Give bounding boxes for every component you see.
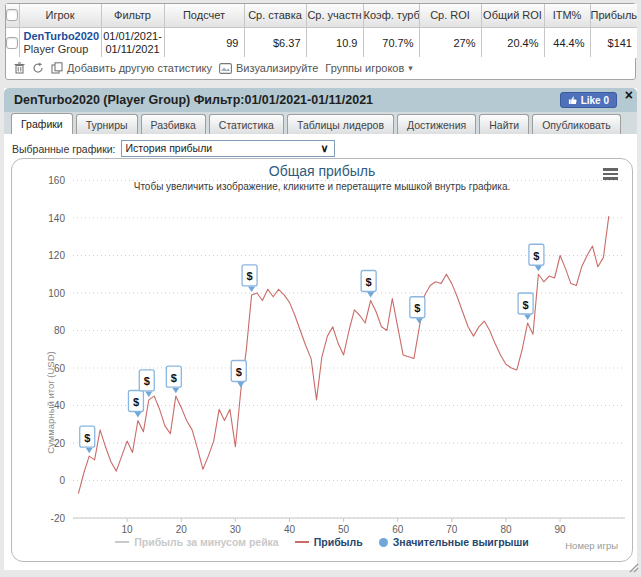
col-header-total-roi[interactable]: Общий ROI <box>481 4 544 27</box>
col-header-turbo-ratio[interactable]: Коэф. турб <box>363 4 419 27</box>
stats-table-frame: ИгрокФильтрПодсчетСр. ставкаСр. участнКо… <box>5 3 636 80</box>
legend-dot-icon <box>379 538 388 547</box>
cell-turbo-ratio: 70.7% <box>363 27 419 58</box>
panel-header: DenTurbo2020 (Player Group) Фильтр:01/01… <box>4 88 637 112</box>
filter-line-2: 01/11/2021 <box>102 43 164 56</box>
visualize-button[interactable]: Визуализируйте <box>219 62 318 74</box>
panel-title: DenTurbo2020 (Player Group) Фильтр:01/01… <box>14 93 373 107</box>
cell-itm: 44.4% <box>544 27 590 58</box>
select-all-checkbox[interactable] <box>6 9 18 21</box>
row-checkbox[interactable] <box>6 37 18 49</box>
stats-table: ИгрокФильтрПодсчетСр. ставкаСр. участнКо… <box>6 4 637 59</box>
stats-toolbar: Добавить другую статистику Визуализируйт… <box>6 57 635 79</box>
col-header-avg-stake[interactable]: Ср. ставка <box>244 4 306 27</box>
resize-grip[interactable] <box>629 563 639 573</box>
page: ИгрокФильтрПодсчетСр. ставкаСр. участнКо… <box>0 0 641 577</box>
y-tick-label: 60 <box>54 363 66 374</box>
player-groups-button[interactable]: Группы игроков ▾ <box>325 62 413 74</box>
x-tick-label: 50 <box>338 524 350 535</box>
filter-line-1: 01/01/2021- <box>102 30 164 43</box>
col-header-avg-entrants[interactable]: Ср. участн <box>306 4 363 27</box>
tab-breakdown[interactable]: Разбивка <box>141 114 206 134</box>
col-header-itm[interactable]: ITM% <box>544 4 590 27</box>
tab-statistics[interactable]: Статистика <box>209 114 284 134</box>
legend-dash-icon <box>115 541 129 543</box>
legend-label: Прибыль <box>314 536 363 548</box>
charts-select-value: История прибыли <box>126 142 213 154</box>
x-tick-label: 70 <box>446 524 458 535</box>
trash-icon <box>14 62 25 74</box>
select-arrow-icon: ∨ <box>320 141 328 156</box>
chart-plot-area[interactable] <box>73 181 625 519</box>
col-header-profit[interactable]: Прибыль <box>590 4 637 27</box>
fb-like-button[interactable]: Like 0 <box>560 92 617 108</box>
refresh-button[interactable] <box>32 62 44 74</box>
player-type-label: Player Group <box>24 43 101 56</box>
chart-canvas[interactable]: -200204060801001201401601020304050607080… <box>12 159 632 561</box>
tab-tournaments[interactable]: Турниры <box>76 114 138 134</box>
legend-label: Значительные выигрыши <box>393 536 529 548</box>
player-name-link[interactable]: DenTurbo2020 <box>24 30 101 43</box>
player-cell[interactable]: DenTurbo2020 Player Group <box>19 27 101 58</box>
x-tick-label: 90 <box>554 524 566 535</box>
x-tick-label: 20 <box>176 524 188 535</box>
y-tick-label: 40 <box>54 400 66 411</box>
legend-item-significant-wins[interactable]: Значительные выигрыши <box>379 536 529 548</box>
tab-bar: ГрафикиТурнирыРазбивкаСтатистикаТаблицы … <box>4 112 637 134</box>
select-all-cell[interactable] <box>6 4 19 27</box>
image-icon <box>219 63 232 74</box>
x-tick-label: 40 <box>284 524 296 535</box>
chart-legend: Прибыль за минусом рейкаПрибыльЗначитель… <box>12 536 632 548</box>
add-statistic-button[interactable]: Добавить другую статистику <box>51 62 212 74</box>
cell-count: 99 <box>164 27 244 58</box>
legend-item-profit[interactable]: Прибыль <box>295 536 363 548</box>
player-groups-label: Группы игроков <box>325 62 404 74</box>
y-tick-label: 20 <box>54 438 66 449</box>
y-tick-label: 120 <box>48 250 65 261</box>
tab-achievements[interactable]: Достижения <box>397 114 476 134</box>
refresh-icon <box>32 62 44 74</box>
tab-publish[interactable]: Опубликовать <box>532 114 621 134</box>
charts-select[interactable]: История прибыли ∨ <box>121 140 335 157</box>
player-panel: DenTurbo2020 (Player Group) Фильтр:01/01… <box>4 88 637 570</box>
filter-cell: 01/01/2021- 01/11/2021 <box>101 27 164 58</box>
x-tick-label: 30 <box>230 524 242 535</box>
col-header-count[interactable]: Подсчет <box>164 4 244 27</box>
row-checkbox-cell[interactable] <box>6 27 19 58</box>
legend-label: Прибыль за минусом рейка <box>134 536 279 548</box>
col-header-player[interactable]: Игрок <box>19 4 101 27</box>
y-tick-label: 100 <box>48 288 65 299</box>
close-button[interactable]: × <box>625 88 633 102</box>
copy-icon <box>51 62 63 74</box>
stats-header-row: ИгрокФильтрПодсчетСр. ставкаСр. участнКо… <box>6 4 637 27</box>
chevron-down-icon: ▾ <box>408 63 413 73</box>
y-tick-label: 160 <box>48 175 65 186</box>
add-statistic-label: Добавить другую статистику <box>67 62 212 74</box>
y-tick-label: 140 <box>48 213 65 224</box>
charts-select-row: Выбранные графики: История прибыли ∨ <box>12 140 335 157</box>
profit-chart[interactable]: Общая прибыль Чтобы увеличить изображени… <box>11 158 633 562</box>
y-tick-label: -20 <box>51 513 66 524</box>
tab-leaderboards[interactable]: Таблицы лидеров <box>287 114 394 134</box>
col-header-avg-roi[interactable]: Ср. ROI <box>419 4 481 27</box>
col-header-filter[interactable]: Фильтр <box>101 4 164 27</box>
cell-total-roi: 20.4% <box>481 27 544 58</box>
panel-content: Выбранные графики: История прибыли ∨ Общ… <box>4 134 637 570</box>
cell-avg-stake: $6.37 <box>244 27 306 58</box>
visualize-label: Визуализируйте <box>236 62 318 74</box>
x-tick-label: 10 <box>122 524 134 535</box>
cell-avg-roi: 27% <box>419 27 481 58</box>
cell-avg-entrants: 10.9 <box>306 27 363 58</box>
y-tick-label: 0 <box>59 475 65 486</box>
tab-find[interactable]: Найти <box>479 114 529 134</box>
y-tick-label: 80 <box>54 325 66 336</box>
x-tick-label: 60 <box>392 524 404 535</box>
delete-button[interactable] <box>14 62 25 74</box>
cell-profit: $141 <box>590 27 637 58</box>
fb-like-label: Like 0 <box>581 95 609 106</box>
tab-charts[interactable]: Графики <box>11 113 73 134</box>
legend-dash-icon <box>295 541 309 543</box>
legend-item-rake-adjusted-profit[interactable]: Прибыль за минусом рейка <box>115 536 279 548</box>
x-tick-label: 80 <box>500 524 512 535</box>
thumb-up-icon <box>568 96 577 105</box>
